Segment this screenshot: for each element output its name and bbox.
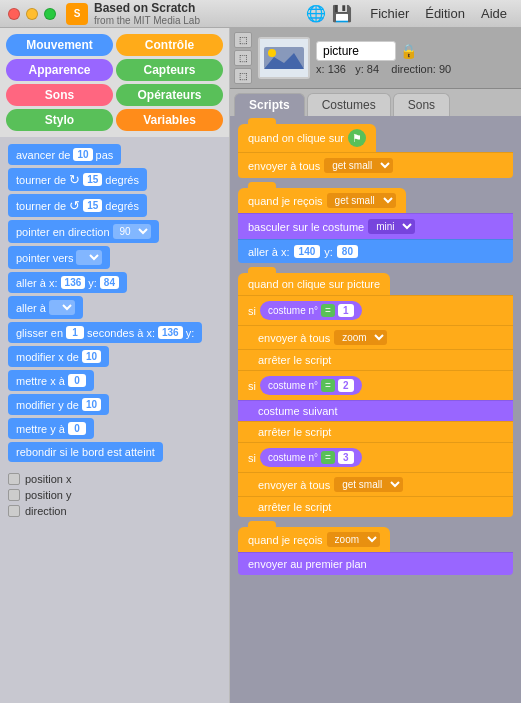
script-group-4: quand je reçois zoom envoyer au premier … [238,527,513,575]
cat-controle[interactable]: Contrôle [116,34,223,56]
cat-mouvement[interactable]: Mouvement [6,34,113,56]
hat-block-1: quand on clique sur ⚑ [238,124,376,152]
block-tourner-gauche[interactable]: tourner de ↺ 15 degrés [8,194,221,217]
block-mettre-y[interactable]: mettre y à 0 [8,418,221,439]
app-icon: S [66,3,88,25]
minimize-button[interactable] [26,8,38,20]
block-avancer[interactable]: avancer de 10 pas [8,144,221,165]
block-modifier-x[interactable]: modifier x de 10 [8,346,221,367]
block-pointer-direction[interactable]: pointer en direction 90 [8,220,221,243]
hat-block-3: quand on clique sur picture [238,273,390,295]
scripts-area[interactable]: quand on clique sur ⚑ envoyer à tous get… [230,116,521,703]
script-2-block-2: aller à x: 140 y: 80 [238,239,513,263]
sprite-name-row: 🔒 [316,41,517,61]
condition-1: costume n° = 1 [260,301,362,320]
hat-block-4: quand je reçois zoom [238,527,390,552]
script-3-costume-suivant: costume suivant [238,400,513,421]
save-icon[interactable]: 💾 [332,4,352,23]
tab-costumes[interactable]: Costumes [307,93,391,116]
envoyer-dropdown-1[interactable]: get small [324,158,393,173]
script-group-1: quand on clique sur ⚑ envoyer à tous get… [238,124,513,178]
left-panel: Mouvement Contrôle Apparence Capteurs So… [0,28,230,703]
titlebar: S Based on Scratch from the MIT Media La… [0,0,521,28]
block-modifier-y[interactable]: modifier y de 10 [8,394,221,415]
sprite-controls: ⬚ ⬚ ⬚ [234,32,252,84]
svg-point-2 [268,49,276,57]
y-value: 84 [367,63,379,75]
dir-value: 90 [439,63,451,75]
x-value: 136 [328,63,346,75]
sprite-btn-1[interactable]: ⬚ [234,32,252,48]
quand-recois-dropdown-2[interactable]: get small [327,193,396,208]
app-subtitle: from the MIT Media Lab [94,15,200,26]
block-aller-xy[interactable]: aller à x: 136 y: 84 [8,272,221,293]
sprite-area: ⬚ ⬚ ⬚ 🔒 x: 136 [230,28,521,89]
script-1-block-1: envoyer à tous get small [238,152,513,178]
check-position-x[interactable]: position x [8,471,221,487]
script-3-arreter-2: arrêter le script [238,421,513,442]
sprite-btn-2[interactable]: ⬚ [234,50,252,66]
menu-fichier[interactable]: Fichier [364,4,415,23]
envoyer-zoom-dropdown[interactable]: zoom [334,330,387,345]
app-name: Based on Scratch [94,1,200,15]
direction-dropdown[interactable]: 90 [113,224,151,239]
script-3-envoyer-zoom: envoyer à tous zoom [238,325,513,349]
checkbox-position-y[interactable] [8,489,20,501]
sprite-info: 🔒 x: 136 y: 84 direction: 90 [316,41,517,75]
sprite-coords: x: 136 y: 84 direction: 90 [316,63,517,75]
sprite-image [260,39,308,77]
script-group-3: quand on clique sur picture si costume n… [238,273,513,517]
sprite-btn-3[interactable]: ⬚ [234,68,252,84]
cat-stylo[interactable]: Stylo [6,109,113,131]
quand-recois-dropdown-4[interactable]: zoom [327,532,380,547]
close-button[interactable] [8,8,20,20]
block-list: avancer de 10 pas tourner de ↻ 15 degrés… [0,137,229,703]
block-pointer-vers[interactable]: pointer vers [8,246,221,269]
check-position-y[interactable]: position y [8,487,221,503]
cat-operateurs[interactable]: Opérateurs [116,84,223,106]
globe-icon[interactable]: 🌐 [306,4,326,23]
checkbox-position-x[interactable] [8,473,20,485]
block-aller[interactable]: aller à [8,296,221,319]
hat-block-2: quand je reçois get small [238,188,406,213]
script-3-arreter-1: arrêter le script [238,349,513,370]
category-grid: Mouvement Contrôle Apparence Capteurs So… [0,28,229,137]
cat-sons[interactable]: Sons [6,84,113,106]
if-block-1: si costume n° = 1 [238,295,513,325]
condition-3: costume n° = 3 [260,448,362,467]
label-position-y: position y [25,489,71,501]
costume-dropdown-2[interactable]: mini [368,219,415,234]
label-direction: direction [25,505,67,517]
tab-scripts[interactable]: Scripts [234,93,305,116]
block-mettre-x[interactable]: mettre x à 0 [8,370,221,391]
menu-bar: Fichier Édition Aide [364,4,513,23]
if-block-3: si costume n° = 3 [238,442,513,472]
block-glisser[interactable]: glisser en 1 secondes à x: 136 y: [8,322,221,343]
aller-dropdown[interactable] [49,300,75,315]
tab-sons[interactable]: Sons [393,93,450,116]
vers-dropdown[interactable] [76,250,102,265]
green-flag-icon: ⚑ [348,129,366,147]
x-label: x: [316,63,325,75]
condition-2: costume n° = 2 [260,376,362,395]
check-direction[interactable]: direction [8,503,221,519]
block-tourner-droite[interactable]: tourner de ↻ 15 degrés [8,168,221,191]
menu-edition[interactable]: Édition [419,4,471,23]
script-3-envoyer-getsmall: envoyer à tous get small [238,472,513,496]
cat-apparence[interactable]: Apparence [6,59,113,81]
menu-aide[interactable]: Aide [475,4,513,23]
cat-variables[interactable]: Variables [116,109,223,131]
right-panel: ⬚ ⬚ ⬚ 🔒 x: 136 [230,28,521,703]
main-layout: Mouvement Contrôle Apparence Capteurs So… [0,28,521,703]
sprite-name-input[interactable] [316,41,396,61]
tabs: Scripts Costumes Sons [230,89,521,116]
title-text: Based on Scratch from the MIT Media Lab [94,1,200,26]
block-rebondir[interactable]: rebondir si le bord est atteint [8,442,221,462]
script-group-2: quand je reçois get small basculer sur l… [238,188,513,263]
envoyer-getsmall-dropdown[interactable]: get small [334,477,403,492]
cat-capteurs[interactable]: Capteurs [116,59,223,81]
traffic-lights [8,8,56,20]
maximize-button[interactable] [44,8,56,20]
checkbox-direction[interactable] [8,505,20,517]
label-position-x: position x [25,473,71,485]
